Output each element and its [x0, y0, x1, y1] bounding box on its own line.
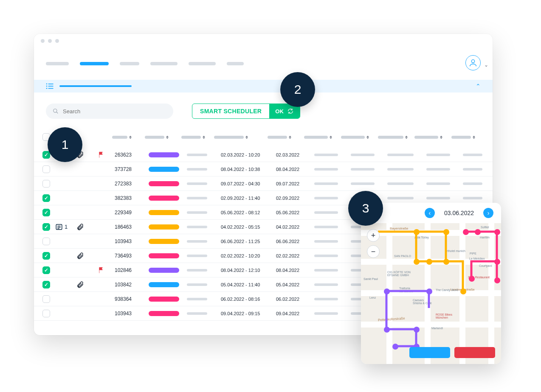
sort-icon[interactable] — [440, 135, 442, 139]
map-danger-button[interactable] — [454, 347, 495, 358]
cell-placeholder — [187, 283, 207, 286]
row-date: 02.02.2022 — [276, 253, 314, 258]
table-row[interactable]: 373728 08.04.2022 - 10:38 08.04.2022 — [34, 162, 493, 176]
avatar-caret-icon[interactable]: ⌄ — [484, 62, 488, 68]
attachment-icon — [76, 281, 84, 288]
row-date: 02.03.2022 — [276, 152, 314, 157]
row-id: 229349 — [115, 210, 149, 216]
svg-point-5 — [46, 88, 48, 89]
cell-placeholder — [387, 197, 414, 199]
cell-placeholder — [314, 197, 338, 199]
search-box[interactable] — [46, 104, 173, 119]
row-checkbox[interactable] — [42, 266, 50, 274]
row-id: 102846 — [115, 267, 149, 273]
table-header — [34, 131, 493, 143]
cell-placeholder — [463, 197, 482, 199]
row-checkbox[interactable] — [42, 310, 50, 317]
nav-item[interactable] — [120, 62, 139, 65]
nav-item[interactable] — [46, 62, 69, 65]
row-datetime: 02.02.2022 - 10:20 — [221, 253, 276, 258]
map-date: 03.06.2022 — [444, 210, 474, 216]
cell-placeholder — [187, 298, 207, 300]
row-checkbox[interactable] — [42, 281, 50, 288]
zoom-in-button[interactable]: + — [367, 229, 380, 242]
svg-point-7 — [54, 109, 57, 112]
cell-placeholder — [187, 182, 207, 185]
status-tag — [149, 181, 179, 186]
status-tag — [149, 253, 179, 258]
cell-placeholder — [314, 168, 338, 171]
cell-placeholder — [351, 168, 375, 171]
sort-icon[interactable] — [289, 135, 291, 139]
map-card: ‹ 03.06.2022 › Bayerstraße Landwehrstraß… — [361, 203, 501, 364]
toolbar: SMART SCHEDULER OK — [34, 101, 493, 121]
section-title-placeholder — [59, 85, 132, 87]
row-datetime: 06.06.2022 - 11:25 — [221, 239, 276, 244]
sort-icon[interactable] — [129, 135, 132, 139]
date-next-button[interactable]: › — [483, 208, 493, 218]
row-date: 06.06.2022 — [276, 239, 314, 244]
sort-icon[interactable] — [473, 135, 475, 139]
sort-icon[interactable] — [405, 135, 408, 139]
map-canvas[interactable]: Bayerstraße Landwehrstraße Pettenkoferst… — [361, 223, 501, 364]
sort-icon[interactable] — [166, 135, 169, 139]
row-id: 103943 — [115, 238, 149, 244]
collapse-caret-icon[interactable]: ⌃ — [476, 83, 481, 90]
status-tag — [149, 268, 179, 273]
row-date: 05.04.2022 — [276, 282, 314, 287]
nav-item[interactable] — [227, 62, 244, 65]
nav-item[interactable] — [189, 62, 216, 65]
row-datetime: 02.09.2022 - 11:40 — [221, 196, 276, 201]
row-datetime: 09.04.2022 - 09:15 — [221, 311, 276, 316]
top-nav — [34, 55, 493, 72]
row-checkbox[interactable] — [42, 165, 50, 173]
nav-item[interactable] — [150, 62, 178, 65]
status-tag — [149, 210, 179, 215]
cell-placeholder — [314, 298, 338, 300]
date-prev-button[interactable]: ‹ — [425, 208, 435, 218]
cell-placeholder — [463, 154, 482, 156]
search-input[interactable] — [63, 108, 166, 115]
cell-placeholder — [314, 182, 338, 185]
nav-item-active[interactable] — [80, 62, 109, 65]
zoom-out-button[interactable]: − — [367, 245, 380, 258]
sort-icon[interactable] — [330, 135, 332, 139]
row-checkbox[interactable] — [42, 180, 50, 188]
map-primary-button[interactable] — [409, 347, 450, 358]
row-checkbox[interactable] — [42, 194, 50, 202]
table-row[interactable]: 272383 09.07.2022 - 04:30 09.07.2022 — [34, 176, 493, 191]
sort-icon[interactable] — [366, 135, 369, 139]
status-tag — [149, 224, 179, 230]
row-datetime: 08.04.2022 - 12:10 — [221, 268, 276, 273]
cell-placeholder — [426, 182, 450, 185]
row-date: 08.04.2022 — [276, 167, 314, 172]
cell-placeholder — [387, 168, 414, 171]
cell-placeholder — [314, 269, 338, 272]
svg-rect-4 — [48, 86, 54, 87]
row-datetime: 06.02.2022 - 08:16 — [221, 297, 276, 302]
sort-icon[interactable] — [203, 135, 205, 139]
user-avatar[interactable] — [465, 55, 481, 70]
row-date: 05.06.2022 — [276, 210, 314, 215]
cell-placeholder — [387, 154, 414, 156]
status-tag — [149, 167, 179, 172]
sort-icon[interactable] — [245, 135, 248, 139]
cell-placeholder — [187, 197, 207, 199]
row-id: 186463 — [115, 224, 149, 230]
row-checkbox[interactable] — [42, 295, 50, 303]
row-checkbox[interactable] — [42, 252, 50, 260]
table-row[interactable]: 263623 02.03.2022 - 10:20 02.03.2022 — [34, 148, 493, 162]
flag-icon — [98, 266, 105, 274]
smart-scheduler-button[interactable]: SMART SCHEDULER OK — [192, 104, 300, 119]
row-checkbox[interactable] — [42, 238, 50, 245]
note-icon: 1 — [55, 223, 68, 231]
row-checkbox[interactable] — [42, 223, 50, 231]
cell-placeholder — [187, 240, 207, 243]
row-checkbox[interactable] — [42, 209, 50, 216]
map-action-buttons — [409, 347, 495, 358]
cell-placeholder — [314, 211, 338, 214]
row-date: 09.07.2022 — [276, 181, 314, 186]
window-dot — [48, 39, 52, 43]
scheduler-label: SMART SCHEDULER — [192, 104, 269, 118]
list-icon — [46, 83, 54, 89]
